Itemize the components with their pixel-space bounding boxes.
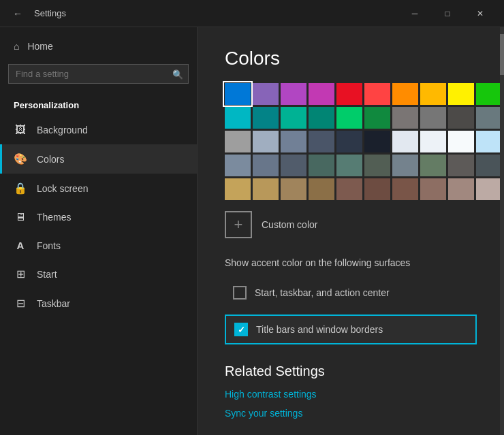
color-swatch[interactable] — [476, 131, 502, 152]
checkbox-title-bars-box[interactable] — [234, 323, 248, 336]
color-swatch[interactable] — [281, 155, 306, 176]
color-swatch[interactable] — [476, 107, 502, 129]
sidebar-section-heading: Personalization — [0, 89, 197, 116]
color-swatch[interactable] — [364, 131, 390, 152]
search-icon: 🔍 — [172, 69, 183, 79]
color-swatch[interactable] — [225, 178, 251, 200]
color-swatch[interactable] — [392, 155, 418, 176]
color-swatch[interactable] — [253, 155, 279, 176]
fonts-icon: A — [14, 240, 27, 251]
color-swatch[interactable] — [448, 131, 474, 152]
custom-color-button[interactable]: + Custom color — [225, 211, 477, 238]
app-body: ⌂ Home 🔍 Personalization 🖼 Background 🎨 … — [0, 27, 504, 435]
color-swatch[interactable] — [448, 107, 474, 129]
back-button[interactable]: ← — [8, 4, 27, 23]
high-contrast-link[interactable]: High contrast settings — [225, 389, 477, 400]
color-swatch[interactable] — [336, 83, 362, 105]
sync-settings-link[interactable]: Sync your settings — [225, 408, 477, 419]
color-swatch[interactable] — [420, 178, 446, 200]
color-swatch[interactable] — [281, 83, 306, 105]
lock-icon: 🔒 — [14, 182, 27, 195]
content-area: Colors + Custom color Show accent color … — [198, 27, 504, 435]
maximize-button[interactable]: □ — [432, 3, 463, 25]
sidebar-item-themes[interactable]: 🖥 Themes — [0, 203, 197, 231]
close-button[interactable]: ✕ — [464, 3, 496, 25]
sidebar-item-label: Start — [37, 269, 57, 280]
scroll-indicator — [500, 27, 504, 435]
sidebar-item-label: Lock screen — [37, 183, 88, 194]
color-swatch[interactable] — [309, 131, 334, 152]
color-swatch[interactable] — [420, 107, 446, 129]
checkbox-start-taskbar-label: Start, taskbar, and action center — [255, 287, 390, 298]
taskbar-icon: ⊟ — [14, 297, 27, 310]
color-swatch-grid — [225, 83, 477, 200]
custom-color-plus-icon: + — [225, 211, 252, 238]
color-swatch[interactable] — [253, 178, 279, 200]
color-swatch[interactable] — [364, 178, 390, 200]
color-swatch[interactable] — [364, 107, 390, 129]
color-swatch[interactable] — [392, 107, 418, 129]
sidebar-item-start[interactable]: ⊞ Start — [0, 259, 197, 289]
home-icon: ⌂ — [14, 41, 19, 52]
color-swatch[interactable] — [448, 155, 474, 176]
sidebar-item-label: Themes — [37, 212, 72, 223]
scroll-thumb[interactable] — [500, 34, 504, 75]
color-swatch[interactable] — [392, 178, 418, 200]
related-settings-title: Related Settings — [225, 364, 477, 379]
checkbox-title-bars-label: Title bars and window borders — [256, 324, 383, 335]
sidebar-item-taskbar[interactable]: ⊟ Taskbar — [0, 289, 197, 318]
color-swatch[interactable] — [476, 178, 502, 200]
color-swatch[interactable] — [420, 131, 446, 152]
color-swatch[interactable] — [336, 178, 362, 200]
color-swatch[interactable] — [281, 178, 306, 200]
title-bar: ← Settings ─ □ ✕ — [0, 0, 504, 27]
color-swatch[interactable] — [309, 178, 334, 200]
checkbox-start-taskbar-box[interactable] — [233, 286, 247, 300]
color-swatch[interactable] — [309, 107, 334, 129]
color-swatch[interactable] — [225, 83, 251, 105]
sidebar: ⌂ Home 🔍 Personalization 🖼 Background 🎨 … — [0, 27, 198, 435]
color-swatch[interactable] — [392, 83, 418, 105]
search-input[interactable] — [8, 64, 189, 84]
color-swatch[interactable] — [476, 155, 502, 176]
search-container: 🔍 — [8, 64, 189, 84]
window-title: Settings — [34, 8, 66, 18]
sidebar-item-label: Fonts — [37, 240, 61, 251]
color-swatch[interactable] — [225, 131, 251, 152]
sidebar-item-colors[interactable]: 🎨 Colors — [0, 144, 197, 174]
color-swatch[interactable] — [364, 155, 390, 176]
accent-surfaces-label: Show accent color on the following surfa… — [225, 257, 477, 268]
themes-icon: 🖥 — [14, 211, 27, 223]
color-swatch[interactable] — [420, 83, 446, 105]
color-swatch[interactable] — [448, 178, 474, 200]
sidebar-item-fonts[interactable]: A Fonts — [0, 231, 197, 259]
color-swatch[interactable] — [253, 131, 279, 152]
checkbox-start-taskbar[interactable]: Start, taskbar, and action center — [225, 279, 477, 306]
sidebar-item-background[interactable]: 🖼 Background — [0, 116, 197, 144]
background-icon: 🖼 — [14, 124, 27, 136]
checkbox-title-bars[interactable]: Title bars and window borders — [225, 315, 477, 344]
color-swatch[interactable] — [281, 107, 306, 129]
minimize-button[interactable]: ─ — [399, 3, 430, 25]
color-swatch[interactable] — [281, 131, 306, 152]
color-swatch[interactable] — [420, 155, 446, 176]
colors-icon: 🎨 — [14, 152, 27, 165]
color-swatch[interactable] — [225, 107, 251, 129]
color-swatch[interactable] — [253, 107, 279, 129]
color-swatch[interactable] — [336, 155, 362, 176]
color-swatch[interactable] — [225, 155, 251, 176]
color-swatch[interactable] — [392, 131, 418, 152]
color-swatch[interactable] — [448, 83, 474, 105]
color-swatch[interactable] — [309, 155, 334, 176]
page-title: Colors — [225, 48, 477, 69]
color-swatch[interactable] — [476, 83, 502, 105]
sidebar-item-lock-screen[interactable]: 🔒 Lock screen — [0, 174, 197, 203]
color-swatch[interactable] — [336, 107, 362, 129]
sidebar-home-label: Home — [27, 41, 52, 52]
color-swatch[interactable] — [309, 83, 334, 105]
color-swatch[interactable] — [336, 131, 362, 152]
sidebar-item-label: Background — [37, 125, 88, 135]
color-swatch[interactable] — [253, 83, 279, 105]
sidebar-home[interactable]: ⌂ Home — [0, 34, 197, 59]
color-swatch[interactable] — [364, 83, 390, 105]
